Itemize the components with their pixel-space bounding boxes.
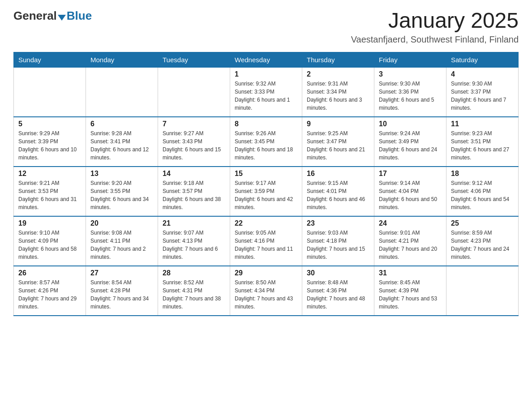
calendar-cell: 14Sunrise: 9:18 AM Sunset: 3:57 PM Dayli… [158, 167, 230, 216]
day-info: Sunrise: 9:20 AM Sunset: 3:55 PM Dayligh… [90, 179, 153, 211]
day-info: Sunrise: 8:59 AM Sunset: 4:23 PM Dayligh… [451, 229, 514, 261]
calendar-cell: 30Sunrise: 8:48 AM Sunset: 4:36 PM Dayli… [302, 266, 374, 316]
day-info: Sunrise: 9:03 AM Sunset: 4:18 PM Dayligh… [307, 229, 369, 261]
calendar-cell: 2Sunrise: 9:31 AM Sunset: 3:34 PM Daylig… [302, 67, 374, 117]
day-info: Sunrise: 9:08 AM Sunset: 4:11 PM Dayligh… [90, 229, 153, 261]
calendar-cell: 25Sunrise: 8:59 AM Sunset: 4:23 PM Dayli… [446, 216, 519, 266]
logo-general-text: General [13, 9, 57, 23]
day-info: Sunrise: 8:54 AM Sunset: 4:28 PM Dayligh… [90, 278, 153, 311]
day-info: Sunrise: 9:27 AM Sunset: 3:43 PM Dayligh… [163, 129, 225, 162]
day-number: 18 [451, 170, 514, 178]
calendar-cell: 21Sunrise: 9:07 AM Sunset: 4:13 PM Dayli… [158, 216, 230, 266]
day-number: 7 [163, 120, 225, 128]
day-info: Sunrise: 9:24 AM Sunset: 3:49 PM Dayligh… [379, 129, 442, 162]
day-number: 11 [451, 120, 514, 128]
day-info: Sunrise: 8:52 AM Sunset: 4:31 PM Dayligh… [163, 278, 225, 311]
calendar-cell: 4Sunrise: 9:30 AM Sunset: 3:37 PM Daylig… [446, 67, 519, 117]
calendar-cell: 10Sunrise: 9:24 AM Sunset: 3:49 PM Dayli… [374, 117, 446, 167]
day-number: 12 [18, 170, 81, 178]
header-sunday: Sunday [14, 52, 86, 67]
calendar-cell: 11Sunrise: 9:23 AM Sunset: 3:51 PM Dayli… [446, 117, 519, 167]
page-header: General Blue January 2025 Vaestanfjaerd,… [13, 9, 519, 45]
calendar-header-row: SundayMondayTuesdayWednesdayThursdayFrid… [14, 52, 519, 67]
day-info: Sunrise: 9:30 AM Sunset: 3:37 PM Dayligh… [451, 80, 514, 112]
calendar-week-row: 19Sunrise: 9:10 AM Sunset: 4:09 PM Dayli… [14, 216, 519, 266]
day-info: Sunrise: 9:25 AM Sunset: 3:47 PM Dayligh… [307, 129, 369, 162]
calendar-table: SundayMondayTuesdayWednesdayThursdayFrid… [13, 52, 519, 316]
day-info: Sunrise: 9:17 AM Sunset: 3:59 PM Dayligh… [235, 179, 297, 211]
logo-blue-text: Blue [57, 9, 92, 23]
day-number: 1 [235, 70, 297, 78]
day-number: 16 [307, 170, 369, 178]
day-info: Sunrise: 9:15 AM Sunset: 4:01 PM Dayligh… [307, 179, 369, 211]
calendar-cell: 12Sunrise: 9:21 AM Sunset: 3:53 PM Dayli… [14, 167, 86, 216]
day-number: 13 [90, 170, 153, 178]
day-number: 6 [90, 120, 153, 128]
calendar-cell: 9Sunrise: 9:25 AM Sunset: 3:47 PM Daylig… [302, 117, 374, 167]
calendar-cell [158, 67, 230, 117]
calendar-cell [86, 67, 158, 117]
day-info: Sunrise: 9:23 AM Sunset: 3:51 PM Dayligh… [451, 129, 514, 162]
header-friday: Friday [374, 52, 446, 67]
day-number: 26 [18, 269, 81, 277]
calendar-week-row: 12Sunrise: 9:21 AM Sunset: 3:53 PM Dayli… [14, 167, 519, 216]
calendar-cell: 31Sunrise: 8:45 AM Sunset: 4:39 PM Dayli… [374, 266, 446, 316]
day-info: Sunrise: 9:32 AM Sunset: 3:33 PM Dayligh… [235, 80, 297, 112]
day-number: 28 [163, 269, 225, 277]
logo-blue-label: Blue [67, 9, 92, 23]
day-info: Sunrise: 8:57 AM Sunset: 4:26 PM Dayligh… [18, 278, 81, 311]
calendar-cell: 18Sunrise: 9:12 AM Sunset: 4:06 PM Dayli… [446, 167, 519, 216]
day-number: 24 [379, 219, 442, 227]
day-number: 17 [379, 170, 442, 178]
calendar-cell: 6Sunrise: 9:28 AM Sunset: 3:41 PM Daylig… [86, 117, 158, 167]
calendar-cell: 7Sunrise: 9:27 AM Sunset: 3:43 PM Daylig… [158, 117, 230, 167]
day-info: Sunrise: 9:01 AM Sunset: 4:21 PM Dayligh… [379, 229, 442, 261]
day-info: Sunrise: 8:48 AM Sunset: 4:36 PM Dayligh… [307, 278, 369, 311]
header-monday: Monday [86, 52, 158, 67]
calendar-cell: 8Sunrise: 9:26 AM Sunset: 3:45 PM Daylig… [230, 117, 302, 167]
day-number: 22 [235, 219, 297, 227]
day-number: 19 [18, 219, 81, 227]
day-number: 8 [235, 120, 297, 128]
day-info: Sunrise: 9:12 AM Sunset: 4:06 PM Dayligh… [451, 179, 514, 211]
calendar-week-row: 26Sunrise: 8:57 AM Sunset: 4:26 PM Dayli… [14, 266, 519, 316]
calendar-cell: 24Sunrise: 9:01 AM Sunset: 4:21 PM Dayli… [374, 216, 446, 266]
calendar-cell: 29Sunrise: 8:50 AM Sunset: 4:34 PM Dayli… [230, 266, 302, 316]
calendar-cell: 23Sunrise: 9:03 AM Sunset: 4:18 PM Dayli… [302, 216, 374, 266]
calendar-cell [446, 266, 519, 316]
day-info: Sunrise: 9:14 AM Sunset: 4:04 PM Dayligh… [379, 179, 442, 211]
calendar-cell: 5Sunrise: 9:29 AM Sunset: 3:39 PM Daylig… [14, 117, 86, 167]
title-block: January 2025 Vaestanfjaerd, Southwest Fi… [351, 9, 519, 45]
month-title: January 2025 [351, 9, 519, 33]
day-number: 21 [163, 219, 225, 227]
calendar-cell: 22Sunrise: 9:05 AM Sunset: 4:16 PM Dayli… [230, 216, 302, 266]
calendar-cell: 26Sunrise: 8:57 AM Sunset: 4:26 PM Dayli… [14, 266, 86, 316]
calendar-cell: 16Sunrise: 9:15 AM Sunset: 4:01 PM Dayli… [302, 167, 374, 216]
day-number: 25 [451, 219, 514, 227]
header-tuesday: Tuesday [158, 52, 230, 67]
day-number: 30 [307, 269, 369, 277]
day-number: 15 [235, 170, 297, 178]
day-info: Sunrise: 9:30 AM Sunset: 3:36 PM Dayligh… [379, 80, 442, 112]
day-info: Sunrise: 9:31 AM Sunset: 3:34 PM Dayligh… [307, 80, 369, 112]
header-wednesday: Wednesday [230, 52, 302, 67]
calendar-week-row: 5Sunrise: 9:29 AM Sunset: 3:39 PM Daylig… [14, 117, 519, 167]
calendar-week-row: 1Sunrise: 9:32 AM Sunset: 3:33 PM Daylig… [14, 67, 519, 117]
calendar-cell: 17Sunrise: 9:14 AM Sunset: 4:04 PM Dayli… [374, 167, 446, 216]
day-number: 23 [307, 219, 369, 227]
calendar-cell: 27Sunrise: 8:54 AM Sunset: 4:28 PM Dayli… [86, 266, 158, 316]
day-info: Sunrise: 9:26 AM Sunset: 3:45 PM Dayligh… [235, 129, 297, 162]
calendar-cell: 20Sunrise: 9:08 AM Sunset: 4:11 PM Dayli… [86, 216, 158, 266]
header-saturday: Saturday [446, 52, 519, 67]
day-info: Sunrise: 9:05 AM Sunset: 4:16 PM Dayligh… [235, 229, 297, 261]
header-thursday: Thursday [302, 52, 374, 67]
calendar-cell [14, 67, 86, 117]
day-info: Sunrise: 9:18 AM Sunset: 3:57 PM Dayligh… [163, 179, 225, 211]
day-info: Sunrise: 9:21 AM Sunset: 3:53 PM Dayligh… [18, 179, 81, 211]
location-subtitle: Vaestanfjaerd, Southwest Finland, Finlan… [351, 34, 519, 45]
calendar-cell: 1Sunrise: 9:32 AM Sunset: 3:33 PM Daylig… [230, 67, 302, 117]
calendar-cell: 28Sunrise: 8:52 AM Sunset: 4:31 PM Dayli… [158, 266, 230, 316]
day-number: 27 [90, 269, 153, 277]
calendar-cell: 13Sunrise: 9:20 AM Sunset: 3:55 PM Dayli… [86, 167, 158, 216]
day-info: Sunrise: 9:28 AM Sunset: 3:41 PM Dayligh… [90, 129, 153, 162]
